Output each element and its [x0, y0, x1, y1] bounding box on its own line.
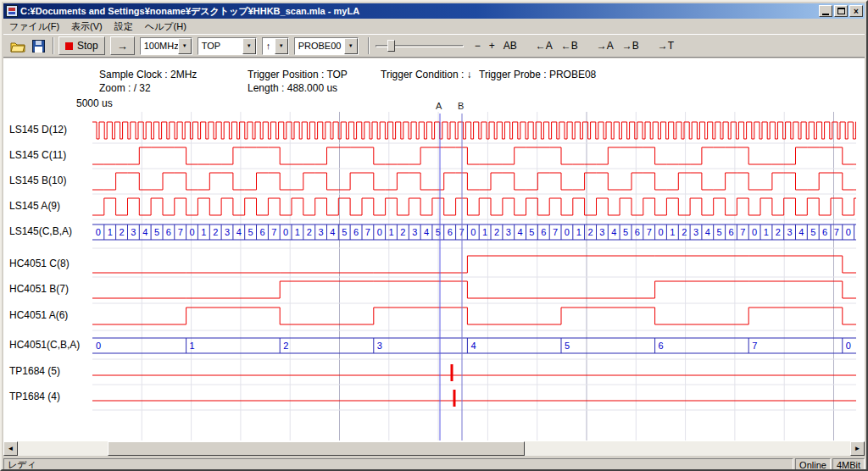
wave-LS145-C-B-A: 0123456701234567012345670123456701234567… — [92, 224, 856, 240]
svg-text:7: 7 — [553, 227, 558, 237]
app-window: C:¥Documents and Settings¥noname¥デスクトップ¥… — [0, 0, 868, 471]
svg-text:6: 6 — [448, 227, 453, 237]
channel-label: LS145 D(12) — [9, 124, 67, 136]
svg-text:3: 3 — [412, 227, 417, 237]
maximize-button[interactable] — [834, 5, 848, 17]
svg-text:0: 0 — [470, 227, 476, 237]
scroll-right-button[interactable]: ► — [850, 441, 865, 456]
trigger-edge-value: ↑ — [263, 38, 275, 54]
scrollbar-thumb[interactable] — [108, 441, 525, 456]
waveform-area[interactable]: 0123456701234567012345670123456701234567… — [92, 112, 856, 441]
chevron-down-icon[interactable]: ▼ — [275, 38, 288, 54]
goto-cursor-a-right-button[interactable]: →A — [593, 37, 617, 54]
chevron-down-icon[interactable]: ▼ — [178, 38, 192, 54]
svg-text:4: 4 — [470, 341, 476, 351]
svg-text:6: 6 — [166, 227, 171, 237]
svg-text:1: 1 — [764, 227, 769, 237]
svg-text:4: 4 — [518, 227, 523, 237]
scroll-left-button[interactable]: ◄ — [3, 441, 18, 456]
zoom-out-button[interactable]: − — [471, 37, 484, 54]
statusbar: レディ Online 4MBit — [3, 457, 865, 471]
scrollbar-track[interactable] — [18, 441, 850, 456]
trigger-probe-value: PROBE00 — [295, 38, 344, 54]
minimize-button[interactable] — [819, 5, 832, 17]
channel-label: TP1684 (5) — [9, 365, 60, 377]
svg-text:0: 0 — [96, 341, 101, 351]
svg-text:1: 1 — [576, 227, 581, 237]
run-arrow-icon: → — [117, 40, 128, 53]
trigger-probe-combobox[interactable]: PROBE00 ▼ — [294, 37, 359, 55]
wave-TP1684-4 — [92, 390, 856, 407]
goto-cursor-b-right-button[interactable]: →B — [619, 37, 643, 54]
svg-text:1: 1 — [482, 227, 487, 237]
svg-text:1: 1 — [108, 227, 113, 237]
svg-text:6: 6 — [353, 227, 359, 237]
close-button[interactable]: × — [849, 5, 863, 17]
svg-text:7: 7 — [740, 227, 745, 237]
maximize-icon — [837, 8, 845, 14]
zoom-slider[interactable] — [376, 37, 464, 54]
goto-trigger-button[interactable]: →T — [654, 37, 677, 54]
open-file-button[interactable] — [8, 36, 28, 55]
svg-text:7: 7 — [178, 227, 183, 237]
close-icon: × — [854, 7, 859, 16]
svg-text:0: 0 — [96, 227, 101, 237]
wave-LS145-A-9 — [92, 198, 856, 215]
trigger-position-value: TOP — [198, 38, 242, 54]
trigger-position-combobox[interactable]: TOP ▼ — [198, 37, 257, 55]
trigger-edge-combobox[interactable]: ↑ ▼ — [262, 37, 289, 55]
run-button[interactable]: → — [110, 36, 135, 55]
length-text: Length : 488.000 us — [248, 82, 337, 94]
stop-label: Stop — [77, 40, 98, 52]
ab-button[interactable]: AB — [500, 37, 520, 54]
goto-cursor-b-left-button[interactable]: ←B — [558, 37, 581, 54]
svg-text:1: 1 — [190, 341, 195, 351]
svg-text:4: 4 — [424, 227, 429, 237]
svg-text:2: 2 — [213, 227, 218, 237]
zoom-in-button[interactable]: + — [486, 37, 498, 54]
horizontal-scrollbar[interactable]: ◄ ► — [3, 441, 865, 456]
svg-text:3: 3 — [599, 227, 604, 237]
svg-text:0: 0 — [658, 227, 663, 237]
svg-text:7: 7 — [752, 341, 757, 351]
goto-cursor-a-left-button[interactable]: ←A — [532, 37, 556, 54]
chevron-down-icon[interactable]: ▼ — [242, 38, 256, 54]
svg-text:4: 4 — [142, 227, 147, 237]
menu-view[interactable]: 表示(V) — [65, 19, 108, 35]
svg-text:6: 6 — [659, 341, 664, 351]
svg-text:5: 5 — [717, 227, 722, 237]
sample-clock-combobox[interactable]: 100MHz ▼ — [140, 37, 192, 55]
window-title: C:¥Documents and Settings¥noname¥デスクトップ¥… — [20, 5, 817, 18]
svg-text:5: 5 — [529, 227, 534, 237]
app-icon — [6, 5, 18, 17]
zoom-slider-thumb[interactable] — [387, 40, 395, 52]
svg-text:0: 0 — [189, 227, 194, 237]
time-per-div-label: 5000 us — [76, 97, 113, 109]
sample-clock-text: Sample Clock : 2MHz — [99, 69, 197, 80]
stop-button[interactable]: Stop — [58, 36, 105, 55]
svg-text:0: 0 — [846, 227, 851, 237]
menu-help[interactable]: ヘルプ(H) — [139, 19, 192, 35]
svg-text:2: 2 — [588, 227, 593, 237]
menu-settings[interactable]: 設定 — [108, 19, 139, 35]
titlebar: C:¥Documents and Settings¥noname¥デスクトップ¥… — [3, 3, 865, 19]
svg-text:7: 7 — [271, 227, 276, 237]
svg-text:0: 0 — [565, 227, 570, 237]
sample-clock-value: 100MHz — [141, 38, 178, 54]
status-ready: レディ — [3, 458, 793, 471]
svg-text:7: 7 — [365, 227, 370, 237]
wave-LS145-B-10 — [92, 173, 856, 190]
chevron-down-icon[interactable]: ▼ — [344, 38, 358, 54]
svg-text:2: 2 — [307, 227, 312, 237]
zoom-text: Zoom : / 32 — [99, 82, 151, 94]
save-button[interactable] — [28, 36, 48, 55]
channel-label: LS145 A(9) — [9, 200, 60, 212]
svg-text:2: 2 — [283, 341, 288, 351]
trigger-probe-text: Trigger Probe : PROBE08 — [479, 69, 596, 80]
menu-file[interactable]: ファイル(F) — [3, 19, 65, 35]
channel-label: HC4051 C(8) — [9, 258, 70, 269]
wave-HC4051-A-6 — [92, 308, 856, 324]
wave-HC4051-C-B-A: 012345670 — [92, 338, 856, 353]
svg-text:3: 3 — [506, 227, 511, 237]
svg-text:5: 5 — [810, 227, 815, 237]
